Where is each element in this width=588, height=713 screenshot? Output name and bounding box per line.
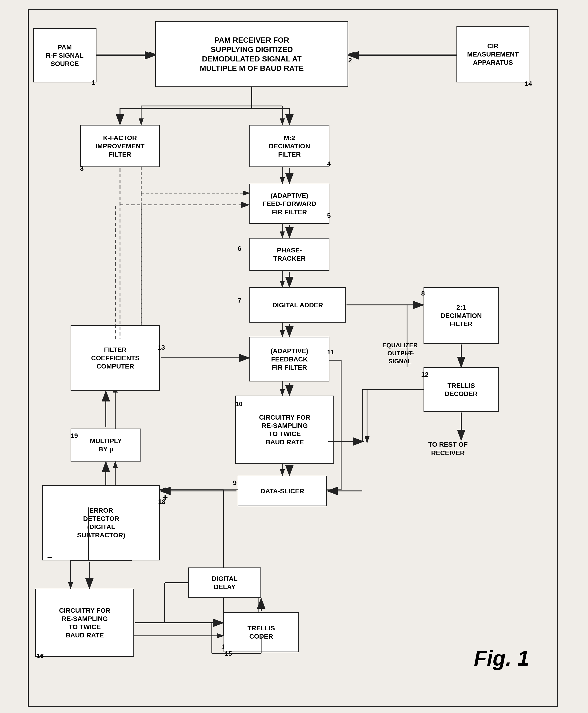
- plus-sign: +: [162, 492, 168, 503]
- label-15: 15: [225, 650, 232, 657]
- label-3: 3: [80, 165, 84, 172]
- block-trellis-coder: TRELLIS CODER: [224, 612, 299, 652]
- to-rest-label: TO REST OF RECEIVER: [428, 440, 468, 457]
- equalizer-output-label: EQUALIZER OUTPUT SIGNAL: [376, 342, 423, 365]
- label-6: 6: [238, 245, 241, 252]
- block-digital-delay: DIGITAL DELAY: [188, 568, 261, 598]
- label-11: 11: [327, 348, 334, 356]
- block-fir-fb: (ADAPTIVE) FEEDBACK FIR FILTER: [249, 337, 330, 382]
- minus-sign: −: [47, 552, 52, 563]
- label-14: 14: [525, 80, 532, 87]
- block-decimation-m2: M:2 DECIMATION FILTER: [249, 125, 330, 167]
- label-5: 5: [327, 212, 331, 220]
- block-circuitry-resamp: CIRCUITRY FOR RE-SAMPLING TO TWICE BAUD …: [235, 395, 334, 464]
- block-cir: CIR MEASUREMENT APPARATUS: [457, 26, 529, 82]
- label-2: 2: [348, 57, 352, 64]
- block-phase-tracker: PHASE- TRACKER: [249, 238, 330, 271]
- label-10: 10: [235, 400, 243, 408]
- label-8: 8: [421, 290, 425, 297]
- block-fir-ff: (ADAPTIVE) FEED-FORWARD FIR FILTER: [249, 184, 330, 224]
- label-19: 19: [70, 432, 78, 440]
- label-4: 4: [327, 160, 331, 168]
- block-pam-source: PAM R-F SIGNAL SOURCE: [33, 28, 97, 82]
- block-data-slicer: DATA-SLICER: [238, 476, 327, 506]
- label-7: 7: [238, 297, 241, 304]
- label-9: 9: [233, 479, 237, 487]
- block-decimation-21: 2:1 DECIMATION FILTER: [423, 287, 499, 344]
- diagram-container: PAM R-F SIGNAL SOURCE 1 PAM RECEIVER FOR…: [0, 0, 588, 713]
- fig-label: Fig. 1: [474, 646, 529, 671]
- label-12: 12: [421, 371, 428, 379]
- block-pam-receiver: PAM RECEIVER FOR SUPPLYING DIGITIZED DEM…: [155, 21, 348, 87]
- block-circuitry-resamp2: CIRCUITRY FOR RE-SAMPLING TO TWICE BAUD …: [35, 589, 134, 657]
- block-multiply-mu: MULTIPLY BY μ: [70, 429, 141, 462]
- label-13: 13: [158, 344, 165, 351]
- label-16: 16: [37, 652, 44, 660]
- block-filter-coeff: FILTER COEFFICIENTS COMPUTER: [70, 325, 160, 391]
- block-digital-adder: DIGITAL ADDER: [249, 287, 346, 323]
- block-trellis-decoder: TRELLIS DECODER: [423, 367, 499, 412]
- block-error-detector: ERROR DETECTOR (DIGITAL SUBTRACTOR): [42, 485, 160, 561]
- block-kfactor: K-FACTOR IMPROVEMENT FILTER: [80, 125, 160, 167]
- label-1: 1: [92, 79, 96, 86]
